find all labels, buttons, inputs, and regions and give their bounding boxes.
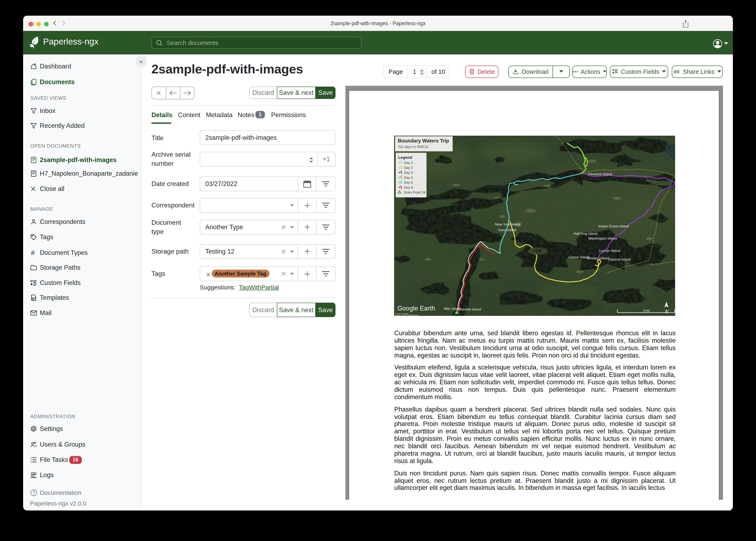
svg-text:#: # <box>31 249 35 256</box>
